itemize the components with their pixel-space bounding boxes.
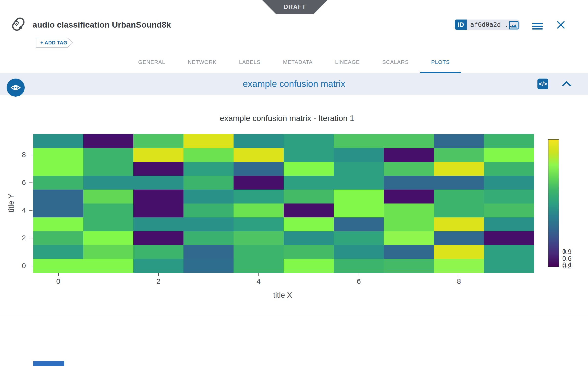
heatmap-cell[interactable] (183, 176, 234, 190)
heatmap-cell[interactable] (33, 148, 83, 162)
heatmap-cell[interactable] (133, 245, 183, 259)
heatmap-cell[interactable] (33, 162, 83, 176)
heatmap-cell[interactable] (33, 217, 83, 231)
heatmap-cell[interactable] (484, 190, 534, 203)
heatmap-cell[interactable] (434, 148, 484, 162)
tab-labels[interactable]: LABELS (228, 51, 272, 73)
heatmap-cell[interactable] (284, 203, 334, 217)
heatmap-cell[interactable] (334, 148, 384, 162)
heatmap-cell[interactable] (434, 217, 484, 231)
heatmap-cell[interactable] (284, 134, 334, 148)
heatmap-cell[interactable] (33, 231, 83, 245)
heatmap-cell[interactable] (284, 148, 334, 162)
heatmap-cell[interactable] (83, 176, 133, 190)
heatmap-cell[interactable] (83, 231, 133, 245)
heatmap-cell[interactable] (183, 217, 234, 231)
view-code-button[interactable]: </> (537, 79, 548, 89)
heatmap-cell[interactable] (183, 231, 234, 245)
plot-section-title[interactable]: example confusion matrix (0, 73, 588, 95)
heatmap-cell[interactable] (334, 231, 384, 245)
heatmap-cell[interactable] (384, 217, 434, 231)
heatmap-cell[interactable] (234, 176, 284, 190)
heatmap-cell[interactable] (33, 259, 83, 273)
heatmap-cell[interactable] (183, 259, 234, 273)
heatmap-cell[interactable] (234, 190, 284, 203)
heatmap-cell[interactable] (434, 245, 484, 259)
heatmap-cell[interactable] (284, 190, 334, 203)
heatmap-cell[interactable] (484, 231, 534, 245)
heatmap-cell[interactable] (384, 231, 434, 245)
heatmap-cell[interactable] (33, 134, 83, 148)
heatmap-cell[interactable] (384, 134, 434, 148)
heatmap-cell[interactable] (334, 259, 384, 273)
heatmap-cell[interactable] (484, 259, 534, 273)
tab-lineage[interactable]: LINEAGE (324, 51, 371, 73)
tab-network[interactable]: NETWORK (177, 51, 228, 73)
heatmap-cell[interactable] (33, 176, 83, 190)
heatmap-cell[interactable] (133, 134, 183, 148)
heatmap-cell[interactable] (334, 176, 384, 190)
heatmap-cell[interactable] (384, 190, 434, 203)
heatmap-cell[interactable] (33, 190, 83, 203)
heatmap-cell[interactable] (83, 148, 133, 162)
heatmap-cell[interactable] (284, 176, 334, 190)
add-tag-button[interactable]: + ADD TAG (36, 38, 73, 48)
heatmap-cell[interactable] (234, 217, 284, 231)
heatmap-cell[interactable] (334, 245, 384, 259)
close-button[interactable] (556, 20, 566, 30)
heatmap-cell[interactable] (384, 162, 434, 176)
heatmap-cell[interactable] (183, 245, 234, 259)
heatmap-cell[interactable] (133, 176, 183, 190)
heatmap-cell[interactable] (284, 217, 334, 231)
heatmap-cell[interactable] (183, 162, 234, 176)
heatmap-cell[interactable] (384, 245, 434, 259)
heatmap-cell[interactable] (183, 148, 234, 162)
heatmap-cell[interactable] (434, 231, 484, 245)
heatmap-cell[interactable] (384, 176, 434, 190)
tab-plots[interactable]: PLOTS (420, 51, 461, 73)
heatmap-cell[interactable] (83, 134, 133, 148)
heatmap-cell[interactable] (334, 134, 384, 148)
heatmap-cell[interactable] (284, 162, 334, 176)
heatmap-cell[interactable] (484, 134, 534, 148)
heatmap-cell[interactable] (234, 203, 284, 217)
heatmap-cell[interactable] (234, 148, 284, 162)
heatmap-cell[interactable] (234, 245, 284, 259)
heatmap-cell[interactable] (234, 231, 284, 245)
heatmap-cell[interactable] (234, 162, 284, 176)
heatmap-cell[interactable] (284, 231, 334, 245)
heatmap-cell[interactable] (484, 217, 534, 231)
heatmap-cell[interactable] (183, 134, 234, 148)
view-plots-button[interactable] (509, 20, 519, 31)
heatmap-cell[interactable] (183, 203, 234, 217)
heatmap-cell[interactable] (234, 259, 284, 273)
heatmap-cell[interactable] (133, 162, 183, 176)
collapse-section-button[interactable] (562, 81, 571, 88)
heatmap-cell[interactable] (133, 148, 183, 162)
heatmap-cell[interactable] (234, 134, 284, 148)
tab-general[interactable]: GENERAL (127, 51, 177, 73)
heatmap-cell[interactable] (484, 162, 534, 176)
heatmap-cell[interactable] (33, 203, 83, 217)
heatmap-cell[interactable] (434, 259, 484, 273)
heatmap-cell[interactable] (284, 245, 334, 259)
heatmap-cell[interactable] (434, 203, 484, 217)
heatmap-cell[interactable] (83, 203, 133, 217)
heatmap-cell[interactable] (83, 217, 133, 231)
heatmap-cell[interactable] (384, 148, 434, 162)
tab-scalars[interactable]: SCALARS (371, 51, 420, 73)
heatmap-cell[interactable] (484, 148, 534, 162)
heatmap-cell[interactable] (83, 245, 133, 259)
heatmap-cell[interactable] (183, 190, 234, 203)
menu-button[interactable] (532, 21, 543, 31)
heatmap-cell[interactable] (434, 190, 484, 203)
heatmap-cell[interactable] (133, 190, 183, 203)
heatmap-cell[interactable] (434, 134, 484, 148)
heatmap-cell[interactable] (384, 259, 434, 273)
heatmap-cell[interactable] (434, 162, 484, 176)
tab-metadata[interactable]: METADATA (272, 51, 324, 73)
heatmap-cell[interactable] (334, 190, 384, 203)
heatmap-cell[interactable] (33, 245, 83, 259)
heatmap-cell[interactable] (334, 203, 384, 217)
heatmap-cell[interactable] (284, 259, 334, 273)
